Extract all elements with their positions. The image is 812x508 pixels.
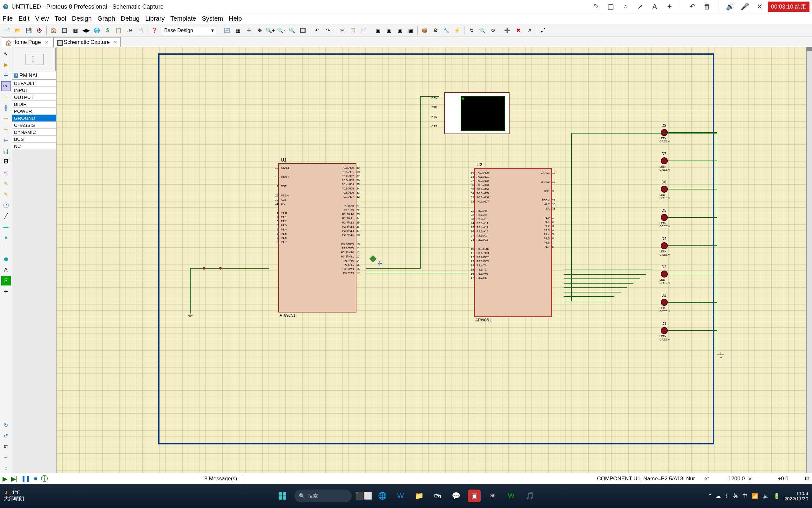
save-button[interactable]: 💾	[23, 26, 34, 36]
packaging-button[interactable]: 🔧	[441, 26, 451, 36]
new-button[interactable]: 📄	[2, 26, 12, 36]
bus-tool[interactable]: ╫	[1, 103, 11, 113]
trash-icon[interactable]: 🗑	[703, 2, 712, 11]
menu-design[interactable]: Design	[72, 15, 92, 22]
wire[interactable]	[668, 245, 717, 246]
wire[interactable]	[190, 268, 191, 312]
virtual-terminal[interactable]: RXD TXD RTS CTS	[444, 92, 510, 134]
search-button[interactable]: 🔍	[477, 26, 487, 36]
device-item-default[interactable]: DEFAULT	[12, 80, 56, 86]
wire[interactable]	[366, 273, 468, 273]
menu-edit[interactable]: Edit	[18, 15, 29, 22]
symbol-tool[interactable]: S	[1, 276, 11, 286]
info-icon[interactable]: ⓘ	[41, 474, 48, 483]
ime-indicator[interactable]: 英	[733, 493, 738, 499]
chip-u1[interactable]: U1 AT89C51 19XTAL118XTAL29RST29PSEN30ALE…	[278, 163, 356, 312]
design-selector[interactable]: Base Design▾	[162, 26, 216, 35]
wire[interactable]	[571, 133, 717, 133]
paste-button[interactable]: 📄	[359, 26, 369, 36]
chip-button[interactable]: 014	[124, 26, 134, 36]
close-tab-icon[interactable]: ✕	[113, 40, 117, 45]
wire[interactable]	[668, 161, 717, 161]
text2d-tool[interactable]: A	[1, 265, 11, 275]
line-tool[interactable]: ╱	[1, 211, 11, 221]
menu-view[interactable]: View	[35, 15, 49, 22]
ground-symbol[interactable]	[186, 311, 195, 319]
pan-button[interactable]: ✥	[254, 26, 265, 36]
goto-sheet-button[interactable]: ↗	[524, 26, 534, 36]
app-icon[interactable]: ▣	[468, 490, 481, 502]
component-tool[interactable]: ▶	[1, 60, 11, 69]
draw-arrow-icon[interactable]: ↗	[636, 2, 644, 11]
wire[interactable]	[564, 287, 627, 288]
wire[interactable]	[668, 189, 717, 189]
wire[interactable]	[420, 96, 439, 97]
close-icon[interactable]: ✕	[755, 2, 764, 11]
open-button[interactable]: 📂	[13, 26, 23, 36]
device-item-power[interactable]: POWER	[12, 108, 56, 115]
zoom-in-button[interactable]: 🔍+	[265, 26, 276, 36]
media-icon[interactable]: 🎵	[523, 490, 536, 502]
onedrive-icon[interactable]: ☁	[716, 493, 721, 499]
taskbar-search[interactable]: 🔍 搜索	[294, 490, 352, 502]
draw-pen-icon[interactable]: ✎	[592, 2, 601, 11]
led-d7[interactable]: D7LED-GREEN	[661, 157, 668, 164]
speaker-icon[interactable]: 🔊	[726, 2, 735, 11]
junction-tool[interactable]: ✛	[1, 71, 11, 80]
path-tool[interactable]: ⬣	[1, 254, 11, 264]
scrollbar-thumb[interactable]	[807, 47, 812, 51]
draw-rect-icon[interactable]: ▢	[607, 2, 615, 11]
device-item-bus[interactable]: BUS	[12, 135, 56, 142]
grid-button[interactable]: ▦	[233, 26, 243, 36]
zoom-fit-button[interactable]: 🔍	[287, 26, 297, 36]
tray-chevron-icon[interactable]: ^	[709, 493, 711, 499]
terminal-tool[interactable]: ⊸	[1, 125, 11, 134]
taskbar-clock[interactable]: 11:03 2022/11/30	[784, 491, 808, 501]
start-button[interactable]	[276, 490, 289, 502]
tape-tool[interactable]: 🎞	[1, 157, 11, 167]
edge-icon[interactable]: 🌐	[376, 490, 388, 502]
wire[interactable]	[564, 301, 608, 301]
doc-button[interactable]: 📄	[135, 26, 145, 36]
device-header[interactable]: P RMINAL	[12, 72, 56, 80]
gerber-button[interactable]: 🌐	[92, 26, 102, 36]
menu-file[interactable]: File	[3, 15, 13, 22]
led-d6[interactable]: D6LED-GREEN	[661, 186, 668, 193]
led-d5[interactable]: D5LED-GREEN	[661, 214, 668, 221]
wire[interactable]	[564, 279, 640, 279]
weather-widget[interactable]: 🌡 -1°C 大部晴朗	[4, 490, 24, 502]
menu-library[interactable]: Library	[145, 15, 164, 22]
help-button[interactable]: ❓	[149, 26, 159, 36]
wire[interactable]	[668, 302, 717, 303]
menu-help[interactable]: Help	[229, 15, 242, 22]
wire[interactable]	[190, 268, 269, 269]
refresh-button[interactable]: 🔄	[222, 26, 232, 36]
wechat-icon[interactable]: 💬	[449, 490, 462, 502]
flip-v-button[interactable]: ↕	[1, 464, 11, 473]
word-icon[interactable]: W	[394, 490, 407, 502]
schematic-button[interactable]: 🔲	[59, 26, 69, 36]
wire[interactable]	[564, 269, 653, 270]
wire-autoroute-button[interactable]: ↯	[466, 26, 477, 36]
code-button[interactable]: 📋	[113, 26, 124, 36]
wire[interactable]	[366, 268, 420, 269]
copy-button[interactable]: 📋	[348, 26, 358, 36]
step-button[interactable]: ▶|	[11, 475, 17, 482]
proteus-icon[interactable]: ⚛	[486, 490, 499, 502]
mic-icon[interactable]: 🎤	[741, 2, 750, 11]
led-d3[interactable]: D3LED-GREEN	[661, 270, 668, 278]
led-d1[interactable]: D1LED-GREEN	[661, 327, 668, 334]
new-sheet-button[interactable]: ➕	[502, 26, 513, 36]
redo-button[interactable]: ↷	[323, 26, 333, 36]
block-delete-button[interactable]: ▣	[405, 26, 416, 36]
probe-i-tool[interactable]: ✎	[1, 189, 11, 199]
device-item-chassis[interactable]: CHASSIS	[12, 121, 56, 128]
block-move-button[interactable]: ▣	[384, 26, 394, 36]
undo-icon[interactable]: ↶	[688, 2, 697, 11]
pcb-button[interactable]: ▦	[70, 26, 80, 36]
recording-timer[interactable]: 00:03:10 结束	[768, 2, 809, 12]
device-item-dynamic[interactable]: DYNAMIC	[12, 128, 56, 135]
cut-button[interactable]: ✂	[337, 26, 347, 36]
wire[interactable]	[668, 330, 717, 331]
draw-circle-icon[interactable]: ○	[621, 2, 630, 11]
